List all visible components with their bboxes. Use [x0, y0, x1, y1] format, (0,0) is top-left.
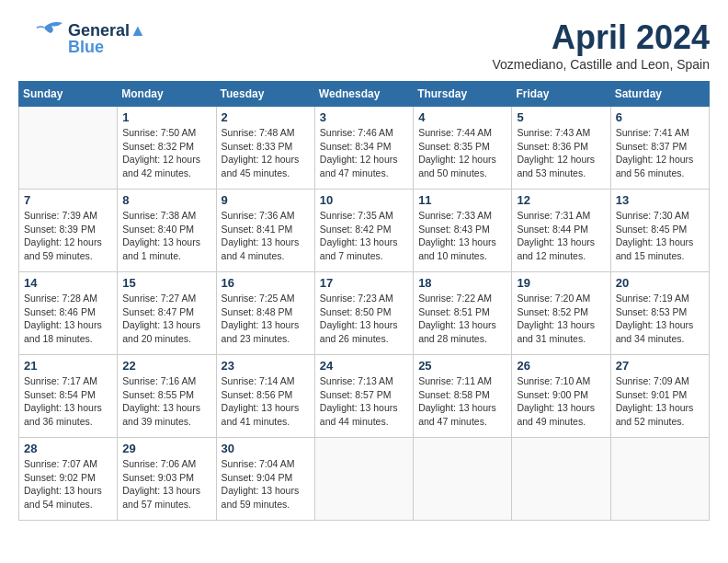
day-header-thursday: Thursday	[414, 82, 512, 107]
calendar-cell	[314, 438, 413, 521]
day-number: 13	[616, 193, 704, 207]
day-number: 18	[418, 276, 506, 290]
day-number: 1	[122, 110, 210, 124]
day-header-tuesday: Tuesday	[216, 82, 314, 107]
calendar-cell: 12Sunrise: 7:31 AM Sunset: 8:44 PM Dayli…	[512, 190, 610, 272]
day-number: 2	[222, 110, 310, 124]
calendar-cell	[414, 438, 512, 521]
day-number: 15	[122, 276, 210, 290]
day-info: Sunrise: 7:17 AM Sunset: 8:54 PM Dayligh…	[24, 374, 112, 429]
calendar-cell: 4Sunrise: 7:44 AM Sunset: 8:35 PM Daylig…	[414, 107, 512, 190]
calendar-cell: 21Sunrise: 7:17 AM Sunset: 8:54 PM Dayli…	[19, 355, 118, 438]
day-info: Sunrise: 7:43 AM Sunset: 8:36 PM Dayligh…	[517, 126, 605, 180]
day-info: Sunrise: 7:06 AM Sunset: 9:03 PM Dayligh…	[122, 457, 210, 511]
calendar-cell: 18Sunrise: 7:22 AM Sunset: 8:51 PM Dayli…	[414, 272, 512, 355]
day-header-monday: Monday	[118, 82, 216, 107]
calendar-cell: 7Sunrise: 7:39 AM Sunset: 8:39 PM Daylig…	[19, 190, 118, 272]
day-info: Sunrise: 7:30 AM Sunset: 8:45 PM Dayligh…	[616, 209, 704, 263]
logo-line2: Blue	[68, 39, 146, 55]
day-number: 17	[320, 276, 408, 290]
day-info: Sunrise: 7:50 AM Sunset: 8:32 PM Dayligh…	[122, 126, 210, 180]
day-info: Sunrise: 7:41 AM Sunset: 8:37 PM Dayligh…	[616, 126, 704, 180]
day-number: 25	[418, 359, 506, 373]
day-info: Sunrise: 7:14 AM Sunset: 8:56 PM Dayligh…	[222, 374, 310, 429]
day-header-friday: Friday	[512, 82, 610, 107]
day-number: 30	[222, 442, 310, 455]
day-number: 28	[24, 442, 112, 455]
day-number: 5	[517, 110, 605, 124]
calendar-cell: 1Sunrise: 7:50 AM Sunset: 8:32 PM Daylig…	[118, 107, 216, 190]
day-info: Sunrise: 7:25 AM Sunset: 8:48 PM Dayligh…	[222, 292, 310, 346]
day-info: Sunrise: 7:44 AM Sunset: 8:35 PM Dayligh…	[418, 126, 506, 180]
day-info: Sunrise: 7:19 AM Sunset: 8:53 PM Dayligh…	[616, 292, 704, 346]
subtitle: Vozmediano, Castille and Leon, Spain	[492, 57, 710, 72]
day-info: Sunrise: 7:13 AM Sunset: 8:57 PM Dayligh…	[320, 374, 408, 429]
page-header: General▲ Blue April 2024 Vozmediano, Cas…	[18, 18, 710, 72]
day-number: 3	[320, 110, 408, 124]
day-number: 26	[517, 359, 605, 373]
calendar-cell: 27Sunrise: 7:09 AM Sunset: 9:01 PM Dayli…	[610, 355, 709, 438]
calendar-cell: 17Sunrise: 7:23 AM Sunset: 8:50 PM Dayli…	[314, 272, 413, 355]
calendar-cell: 23Sunrise: 7:14 AM Sunset: 8:56 PM Dayli…	[216, 355, 314, 438]
calendar-cell: 24Sunrise: 7:13 AM Sunset: 8:57 PM Dayli…	[314, 355, 413, 438]
day-info: Sunrise: 7:10 AM Sunset: 9:00 PM Dayligh…	[517, 374, 605, 429]
day-info: Sunrise: 7:23 AM Sunset: 8:50 PM Dayligh…	[320, 292, 408, 346]
day-number: 7	[24, 193, 112, 207]
day-number: 20	[616, 276, 704, 290]
calendar-table: SundayMondayTuesdayWednesdayThursdayFrid…	[18, 81, 710, 521]
calendar-cell: 8Sunrise: 7:38 AM Sunset: 8:40 PM Daylig…	[118, 190, 216, 272]
logo-line1: General▲	[68, 22, 146, 39]
calendar-cell: 19Sunrise: 7:20 AM Sunset: 8:52 PM Dayli…	[512, 272, 610, 355]
day-number: 21	[24, 359, 112, 373]
calendar-cell: 22Sunrise: 7:16 AM Sunset: 8:55 PM Dayli…	[118, 355, 216, 438]
calendar-cell: 29Sunrise: 7:06 AM Sunset: 9:03 PM Dayli…	[118, 438, 216, 521]
calendar-cell: 13Sunrise: 7:30 AM Sunset: 8:45 PM Dayli…	[610, 190, 709, 272]
day-number: 27	[616, 359, 704, 373]
day-number: 12	[517, 193, 605, 207]
calendar-cell: 16Sunrise: 7:25 AM Sunset: 8:48 PM Dayli…	[216, 272, 314, 355]
calendar-cell: 10Sunrise: 7:35 AM Sunset: 8:42 PM Dayli…	[314, 190, 413, 272]
day-info: Sunrise: 7:48 AM Sunset: 8:33 PM Dayligh…	[222, 126, 310, 180]
month-title: April 2024	[492, 18, 710, 57]
day-number: 10	[320, 193, 408, 207]
day-info: Sunrise: 7:22 AM Sunset: 8:51 PM Dayligh…	[418, 292, 506, 346]
day-header-saturday: Saturday	[610, 82, 709, 107]
day-number: 19	[517, 276, 605, 290]
day-header-wednesday: Wednesday	[314, 82, 413, 107]
day-info: Sunrise: 7:28 AM Sunset: 8:46 PM Dayligh…	[24, 292, 112, 346]
calendar-cell	[512, 438, 610, 521]
day-info: Sunrise: 7:36 AM Sunset: 8:41 PM Dayligh…	[222, 209, 310, 263]
logo: General▲ Blue	[18, 18, 146, 59]
calendar-cell: 6Sunrise: 7:41 AM Sunset: 8:37 PM Daylig…	[610, 107, 709, 190]
day-info: Sunrise: 7:11 AM Sunset: 8:58 PM Dayligh…	[418, 374, 506, 429]
day-number: 23	[222, 359, 310, 373]
calendar-cell: 15Sunrise: 7:27 AM Sunset: 8:47 PM Dayli…	[118, 272, 216, 355]
day-number: 11	[418, 193, 506, 207]
day-number: 4	[418, 110, 506, 124]
day-number: 24	[320, 359, 408, 373]
day-info: Sunrise: 7:20 AM Sunset: 8:52 PM Dayligh…	[517, 292, 605, 346]
logo-icon	[18, 18, 64, 55]
day-info: Sunrise: 7:31 AM Sunset: 8:44 PM Dayligh…	[517, 209, 605, 263]
calendar-cell: 28Sunrise: 7:07 AM Sunset: 9:02 PM Dayli…	[19, 438, 118, 521]
calendar-cell: 5Sunrise: 7:43 AM Sunset: 8:36 PM Daylig…	[512, 107, 610, 190]
day-number: 29	[122, 442, 210, 455]
day-number: 16	[222, 276, 310, 290]
day-info: Sunrise: 7:27 AM Sunset: 8:47 PM Dayligh…	[122, 292, 210, 346]
day-header-sunday: Sunday	[19, 82, 118, 107]
day-info: Sunrise: 7:46 AM Sunset: 8:34 PM Dayligh…	[320, 126, 408, 180]
day-info: Sunrise: 7:38 AM Sunset: 8:40 PM Dayligh…	[122, 209, 210, 263]
day-info: Sunrise: 7:35 AM Sunset: 8:42 PM Dayligh…	[320, 209, 408, 263]
calendar-cell: 14Sunrise: 7:28 AM Sunset: 8:46 PM Dayli…	[19, 272, 118, 355]
day-info: Sunrise: 7:04 AM Sunset: 9:04 PM Dayligh…	[222, 457, 310, 511]
day-info: Sunrise: 7:33 AM Sunset: 8:43 PM Dayligh…	[418, 209, 506, 263]
calendar-cell: 3Sunrise: 7:46 AM Sunset: 8:34 PM Daylig…	[314, 107, 413, 190]
calendar-cell: 11Sunrise: 7:33 AM Sunset: 8:43 PM Dayli…	[414, 190, 512, 272]
day-info: Sunrise: 7:07 AM Sunset: 9:02 PM Dayligh…	[24, 457, 112, 511]
calendar-cell: 2Sunrise: 7:48 AM Sunset: 8:33 PM Daylig…	[216, 107, 314, 190]
title-block: April 2024 Vozmediano, Castille and Leon…	[492, 18, 710, 72]
day-number: 6	[616, 110, 704, 124]
calendar-cell: 9Sunrise: 7:36 AM Sunset: 8:41 PM Daylig…	[216, 190, 314, 272]
calendar-cell: 26Sunrise: 7:10 AM Sunset: 9:00 PM Dayli…	[512, 355, 610, 438]
day-info: Sunrise: 7:09 AM Sunset: 9:01 PM Dayligh…	[616, 374, 704, 429]
